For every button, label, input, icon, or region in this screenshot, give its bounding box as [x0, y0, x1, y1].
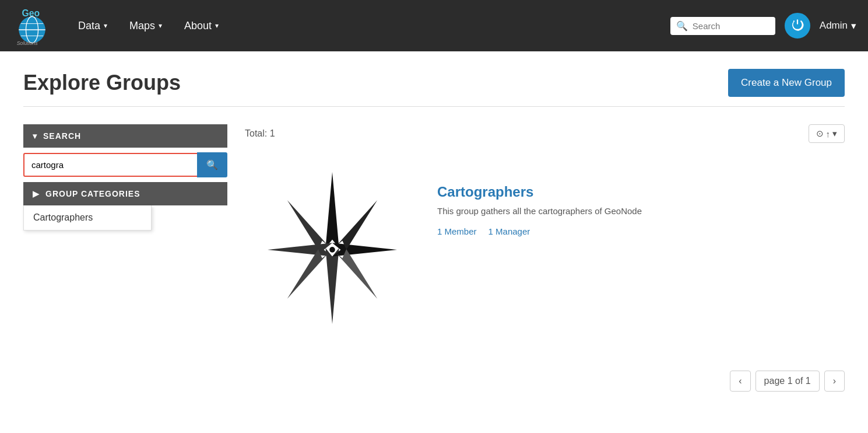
sort-icon: ⊙ — [816, 128, 824, 139]
svg-marker-7 — [325, 172, 339, 248]
page-title: Explore Groups — [23, 71, 181, 95]
member-count[interactable]: 1 Member — [437, 226, 477, 236]
sidebar: ▾ SEARCH 🔍 ▶ GROUP CATEGORIES Cartograph… — [23, 124, 227, 392]
svg-marker-14 — [337, 249, 378, 299]
svg-text:Solutions: Solutions — [17, 40, 38, 46]
total-count: Total: 1 — [245, 128, 275, 139]
svg-marker-12 — [287, 249, 328, 299]
manager-count[interactable]: 1 Manager — [489, 226, 530, 236]
pagination: ‹ page 1 of 1 › — [245, 365, 845, 392]
svg-text:Geo: Geo — [22, 8, 40, 18]
svg-marker-8 — [325, 248, 339, 324]
prev-page-button[interactable]: ‹ — [730, 371, 750, 392]
sort-button[interactable]: ⊙ ↑ ▾ — [809, 124, 845, 143]
compass-star-image — [256, 166, 408, 330]
category-cartographers[interactable]: Cartographers — [24, 205, 151, 230]
nav-data[interactable]: Data ▾ — [70, 15, 115, 37]
svg-marker-13 — [287, 200, 328, 250]
search-magnifier-icon: 🔍 — [206, 160, 218, 170]
data-chevron-icon: ▾ — [104, 22, 107, 30]
svg-marker-11 — [337, 200, 378, 250]
search-collapse-icon: ▾ — [33, 131, 37, 141]
group-image — [245, 166, 420, 330]
page-header: Explore Groups Create a New Group — [23, 69, 845, 107]
svg-marker-10 — [268, 243, 332, 256]
categories-expand-icon: ▶ — [33, 189, 40, 198]
group-info: Cartographers This group gathers all the… — [437, 166, 845, 236]
sidebar-search-input[interactable] — [23, 153, 197, 177]
results-header: Total: 1 ⊙ ↑ ▾ — [245, 124, 845, 143]
group-meta: 1 Member 1 Manager — [437, 226, 845, 236]
admin-menu[interactable]: Admin ▾ — [820, 20, 856, 32]
group-description: This group gathers all the cartographers… — [437, 206, 845, 216]
navbar-search-box[interactable]: 🔍 — [670, 17, 775, 35]
group-categories-header[interactable]: ▶ GROUP CATEGORIES — [23, 182, 227, 205]
group-card: Cartographers This group gathers all the… — [245, 155, 845, 341]
navbar-nav: Data ▾ Maps ▾ About ▾ — [70, 15, 670, 37]
sidebar-search-header[interactable]: ▾ SEARCH — [23, 124, 227, 148]
power-button[interactable] — [785, 13, 810, 39]
sidebar-search-button[interactable]: 🔍 — [197, 152, 227, 177]
page-content: Explore Groups Create a New Group ▾ SEAR… — [0, 51, 868, 409]
sidebar-search-row: 🔍 — [23, 152, 227, 177]
sort-chevron-icon: ▾ — [832, 128, 837, 139]
navbar-search-input[interactable] — [693, 21, 769, 31]
search-icon: 🔍 — [676, 20, 688, 32]
admin-chevron-icon: ▾ — [851, 20, 856, 32]
create-group-button[interactable]: Create a New Group — [728, 69, 845, 97]
svg-marker-9 — [332, 243, 397, 256]
results-area: Total: 1 ⊙ ↑ ▾ — [245, 124, 845, 392]
nav-maps[interactable]: Maps ▾ — [121, 15, 170, 37]
navbar-right: 🔍 Admin ▾ — [670, 13, 856, 39]
categories-dropdown: Cartographers — [23, 205, 152, 231]
svg-point-15 — [329, 247, 335, 253]
navbar: Geo Solutions Data ▾ Maps ▾ About ▾ 🔍 — [0, 0, 868, 51]
next-page-button[interactable]: › — [824, 371, 845, 392]
main-layout: ▾ SEARCH 🔍 ▶ GROUP CATEGORIES Cartograph… — [23, 118, 845, 392]
maps-chevron-icon: ▾ — [159, 22, 162, 30]
nav-about[interactable]: About ▾ — [176, 15, 227, 37]
page-info: page 1 of 1 — [755, 371, 820, 392]
about-chevron-icon: ▾ — [215, 22, 219, 30]
sort-order-icon: ↑ — [826, 129, 831, 139]
logo[interactable]: Geo Solutions — [12, 5, 52, 46]
group-name[interactable]: Cartographers — [437, 184, 845, 200]
